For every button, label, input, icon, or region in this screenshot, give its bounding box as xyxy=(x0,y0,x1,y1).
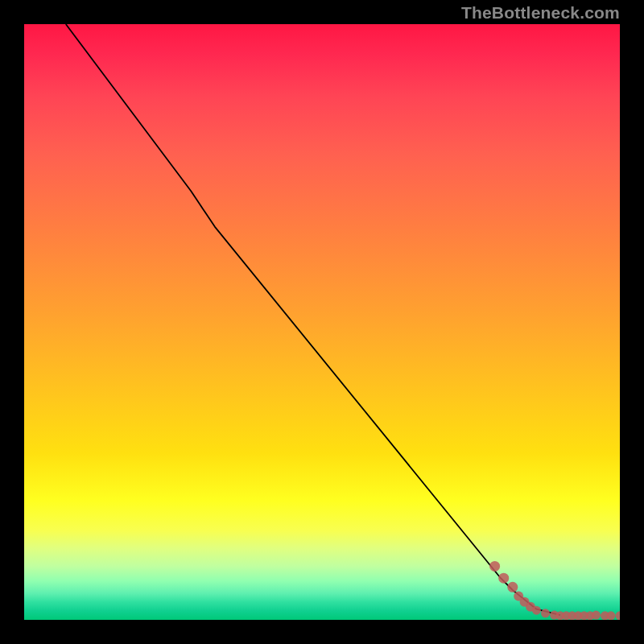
attribution-text: TheBottleneck.com xyxy=(461,3,620,23)
chart-svg xyxy=(24,24,620,620)
data-point xyxy=(616,611,621,620)
data-point xyxy=(498,573,509,584)
chart-plot-area xyxy=(24,24,620,620)
data-point xyxy=(592,611,601,620)
data-point xyxy=(507,582,518,592)
data-point xyxy=(532,606,541,615)
data-point xyxy=(541,609,550,617)
scatter-points xyxy=(489,561,620,620)
curve-line xyxy=(66,24,560,615)
data-point xyxy=(606,611,615,620)
data-point xyxy=(489,561,500,572)
